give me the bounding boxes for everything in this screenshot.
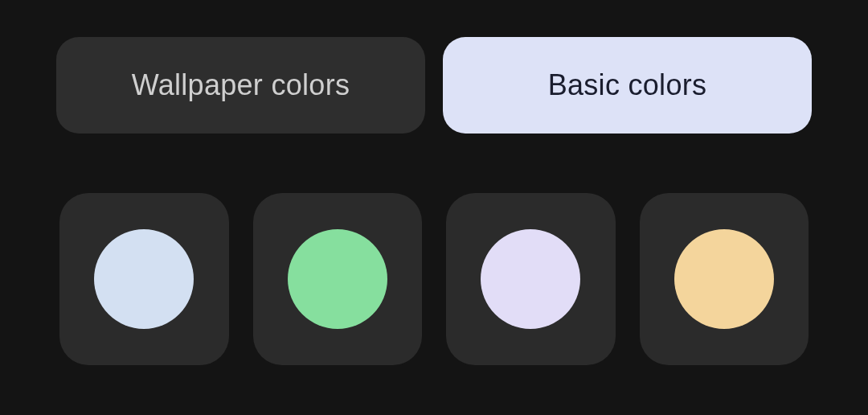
tab-basic-colors[interactable]: Basic colors [443, 37, 812, 134]
color-swatch-peach[interactable] [640, 193, 809, 365]
tab-label: Wallpaper colors [132, 68, 350, 102]
tab-label: Basic colors [548, 68, 707, 102]
color-swatch-row [56, 193, 812, 365]
color-swatch-blue[interactable] [59, 193, 229, 365]
color-source-tabs: Wallpaper colors Basic colors [56, 37, 812, 134]
color-swatch-lilac[interactable] [446, 193, 616, 365]
swatch-circle-icon [94, 229, 194, 329]
color-swatch-green[interactable] [253, 193, 423, 365]
swatch-circle-icon [674, 229, 774, 329]
swatch-circle-icon [481, 229, 580, 329]
swatch-circle-icon [288, 229, 387, 329]
tab-wallpaper-colors[interactable]: Wallpaper colors [56, 37, 425, 134]
